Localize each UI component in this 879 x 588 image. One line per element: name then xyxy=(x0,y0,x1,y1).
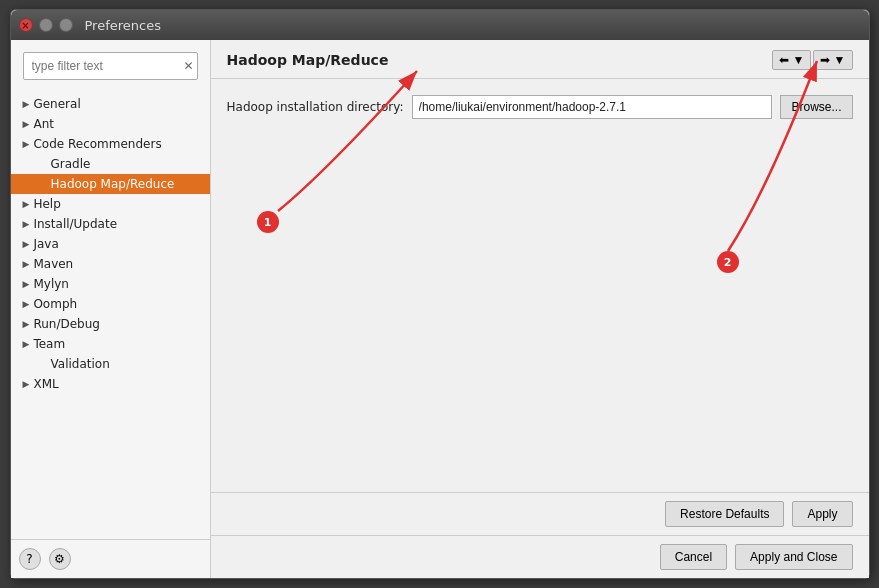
content-area: ✕ ▶General▶Ant▶Code RecommendersGradleHa… xyxy=(11,40,869,578)
sidebar-item-label-java: Java xyxy=(33,237,58,251)
expand-arrow-maven: ▶ xyxy=(23,259,30,269)
restore-defaults-button[interactable]: Restore Defaults xyxy=(665,501,784,527)
sidebar-item-label-code-recommenders: Code Recommenders xyxy=(33,137,161,151)
search-bar[interactable]: ✕ xyxy=(23,52,198,80)
sidebar-item-general[interactable]: ▶General xyxy=(11,94,210,114)
browse-button[interactable]: Browse... xyxy=(780,95,852,119)
minimize-button[interactable] xyxy=(39,18,53,32)
expand-arrow-ant: ▶ xyxy=(23,119,30,129)
sidebar-item-oomph[interactable]: ▶Oomph xyxy=(11,294,210,314)
sidebar-item-ant[interactable]: ▶Ant xyxy=(11,114,210,134)
expand-arrow-oomph: ▶ xyxy=(23,299,30,309)
dialog-footer: Cancel Apply and Close xyxy=(211,535,869,578)
maximize-button[interactable] xyxy=(59,18,73,32)
sidebar-item-hadoop-map-reduce[interactable]: Hadoop Map/Reduce xyxy=(11,174,210,194)
main-header: Hadoop Map/Reduce ⬅ ▼ ➡ ▼ xyxy=(211,40,869,79)
sidebar-item-help[interactable]: ▶Help xyxy=(11,194,210,214)
sidebar-item-label-oomph: Oomph xyxy=(33,297,77,311)
sidebar-item-label-gradle: Gradle xyxy=(51,157,91,171)
arrow-svg-1 xyxy=(227,131,853,331)
sidebar-item-label-general: General xyxy=(33,97,80,111)
annotation-1: 1 xyxy=(257,211,279,233)
expand-arrow-general: ▶ xyxy=(23,99,30,109)
annotation-area: 1 2 xyxy=(227,131,853,331)
back-button[interactable]: ⬅ ▼ xyxy=(772,50,811,70)
sidebar-item-label-team: Team xyxy=(33,337,65,351)
sidebar-item-maven[interactable]: ▶Maven xyxy=(11,254,210,274)
expand-arrow-help: ▶ xyxy=(23,199,30,209)
main-title: Hadoop Map/Reduce xyxy=(227,52,389,68)
close-button[interactable]: × xyxy=(19,18,33,32)
sidebar-item-label-maven: Maven xyxy=(33,257,73,271)
settings-button[interactable]: ⚙ xyxy=(49,548,71,570)
sidebar-item-xml[interactable]: ▶XML xyxy=(11,374,210,394)
main-panel: Hadoop Map/Reduce ⬅ ▼ ➡ ▼ Hadoop install… xyxy=(211,40,869,578)
titlebar: × Preferences xyxy=(11,10,869,40)
expand-arrow-xml: ▶ xyxy=(23,379,30,389)
sidebar-item-run-debug[interactable]: ▶Run/Debug xyxy=(11,314,210,334)
main-body: Hadoop installation directory: Browse...… xyxy=(211,79,869,492)
sidebar-item-team[interactable]: ▶Team xyxy=(11,334,210,354)
sidebar-item-label-validation: Validation xyxy=(51,357,110,371)
apply-button[interactable]: Apply xyxy=(792,501,852,527)
sidebar-bottom: ? ⚙ xyxy=(11,539,210,578)
forward-button[interactable]: ➡ ▼ xyxy=(813,50,852,70)
sidebar-item-mylyn[interactable]: ▶Mylyn xyxy=(11,274,210,294)
window-title: Preferences xyxy=(85,18,161,33)
expand-arrow-java: ▶ xyxy=(23,239,30,249)
search-input[interactable] xyxy=(32,59,182,73)
nav-arrows: ⬅ ▼ ➡ ▼ xyxy=(772,50,852,70)
sidebar: ✕ ▶General▶Ant▶Code RecommendersGradleHa… xyxy=(11,40,211,578)
apply-close-button[interactable]: Apply and Close xyxy=(735,544,852,570)
preferences-window: × Preferences ✕ ▶General▶Ant▶Code Recomm… xyxy=(10,9,870,579)
sidebar-item-validation[interactable]: Validation xyxy=(11,354,210,374)
sidebar-item-install-update[interactable]: ▶Install/Update xyxy=(11,214,210,234)
hadoop-dir-label: Hadoop installation directory: xyxy=(227,100,404,114)
search-clear-button[interactable]: ✕ xyxy=(182,59,196,73)
annotation-2: 2 xyxy=(717,251,739,273)
sidebar-item-java[interactable]: ▶Java xyxy=(11,234,210,254)
expand-arrow-run-debug: ▶ xyxy=(23,319,30,329)
arrow-svg-2 xyxy=(227,131,853,331)
expand-arrow-code-recommenders: ▶ xyxy=(23,139,30,149)
cancel-button[interactable]: Cancel xyxy=(660,544,727,570)
sidebar-item-gradle[interactable]: Gradle xyxy=(11,154,210,174)
sidebar-item-code-recommenders[interactable]: ▶Code Recommenders xyxy=(11,134,210,154)
expand-arrow-mylyn: ▶ xyxy=(23,279,30,289)
sidebar-item-label-run-debug: Run/Debug xyxy=(33,317,100,331)
sidebar-item-label-install-update: Install/Update xyxy=(33,217,117,231)
sidebar-item-label-hadoop-map-reduce: Hadoop Map/Reduce xyxy=(51,177,175,191)
hadoop-dir-row: Hadoop installation directory: Browse... xyxy=(227,95,853,119)
nav-tree: ▶General▶Ant▶Code RecommendersGradleHado… xyxy=(11,92,210,539)
expand-arrow-install-update: ▶ xyxy=(23,219,30,229)
help-button[interactable]: ? xyxy=(19,548,41,570)
hadoop-dir-input[interactable] xyxy=(412,95,773,119)
main-footer: Restore Defaults Apply xyxy=(211,492,869,535)
sidebar-item-label-help: Help xyxy=(33,197,60,211)
sidebar-item-label-ant: Ant xyxy=(33,117,54,131)
expand-arrow-team: ▶ xyxy=(23,339,30,349)
sidebar-item-label-xml: XML xyxy=(33,377,58,391)
sidebar-item-label-mylyn: Mylyn xyxy=(33,277,69,291)
